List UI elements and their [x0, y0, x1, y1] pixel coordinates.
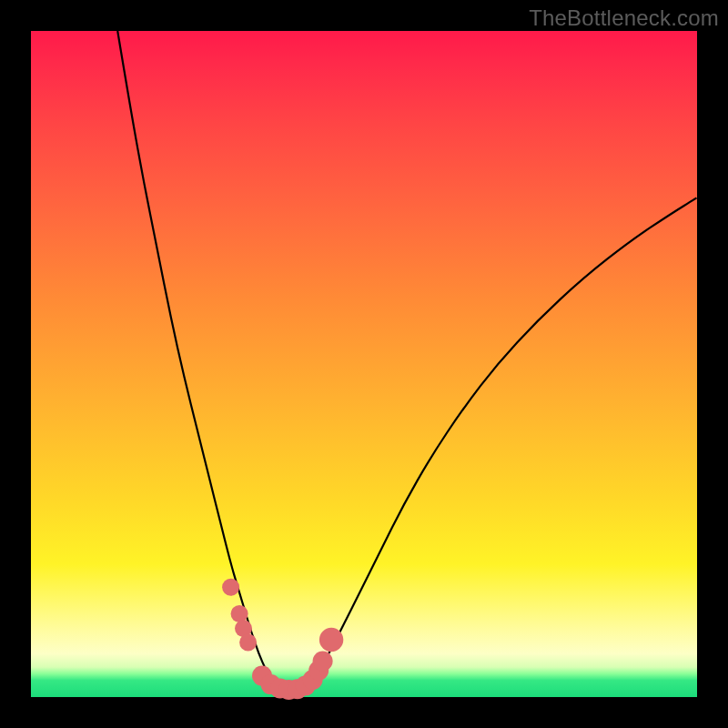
curve-marker: [319, 628, 343, 652]
chart-svg: [31, 31, 697, 697]
curve-marker: [231, 605, 248, 622]
curve-marker: [222, 579, 239, 596]
curve-marker: [313, 652, 333, 672]
chart-frame: TheBottleneck.com: [0, 0, 728, 728]
right-curve: [310, 197, 697, 681]
watermark-text: TheBottleneck.com: [529, 5, 719, 31]
curve-marker: [239, 634, 257, 652]
plot-area: [31, 31, 697, 697]
left-curve: [117, 31, 272, 681]
